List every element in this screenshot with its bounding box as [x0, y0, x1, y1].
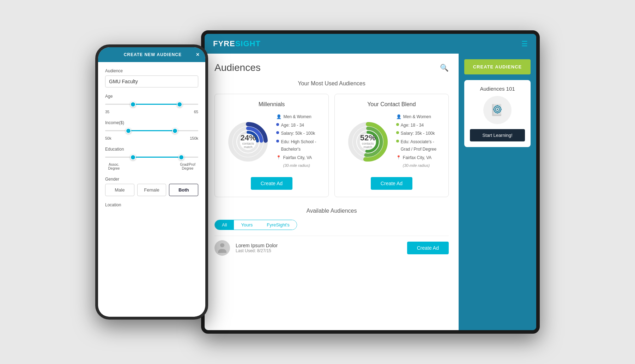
- available-audiences-section: Available Audiences All Yours FyreSight'…: [214, 208, 449, 260]
- filter-tab-all[interactable]: All: [215, 220, 234, 230]
- stat-row: 📍 Fairfax City, VA(30-mile radius): [396, 154, 436, 169]
- audiences-101-card: Audiences 101: [464, 80, 531, 147]
- audiences-101-title: Audiences 101: [470, 86, 525, 92]
- age-slider[interactable]: 35 65: [105, 104, 198, 114]
- stat-row: Age: 18 - 34: [396, 122, 436, 129]
- edu-slider-max-thumb[interactable]: [179, 154, 184, 160]
- stat-row: Salary: 35k - 100k: [396, 130, 436, 138]
- contact-blend-contacts-label: contacts: [360, 142, 376, 146]
- education-label: Education: [105, 147, 198, 152]
- phone-close-button[interactable]: ×: [196, 51, 200, 58]
- millennials-contacts-label: contacts: [240, 142, 256, 146]
- hamburger-icon[interactable]: ☰: [521, 40, 528, 48]
- logo-fyre: FYRE: [213, 39, 235, 48]
- millennials-card-title: Millennials: [259, 101, 285, 108]
- side-panel: CREATE AUDIENCE Audiences 101: [459, 54, 536, 330]
- dot-icon: [396, 140, 399, 142]
- gender-both-button[interactable]: Both: [169, 184, 198, 196]
- edu-slider-fill: [133, 157, 181, 158]
- gender-female-button[interactable]: Female: [137, 184, 167, 196]
- income-slider-fill: [128, 130, 175, 131]
- tablet-screen: FYRESIGHT ☰ Audiences 🔍 Your Most Used A…: [205, 34, 536, 330]
- create-audience-button[interactable]: CREATE AUDIENCE: [464, 59, 531, 74]
- millennials-percent: 24%: [240, 134, 256, 142]
- audience-field-group: Audience: [105, 68, 198, 87]
- edu-min-label: Assoc. Degree: [105, 163, 123, 170]
- edu-slider-min-thumb[interactable]: [130, 154, 136, 160]
- tablet-navbar: FYRESIGHT ☰: [205, 34, 536, 54]
- dot-icon: [276, 140, 279, 142]
- stat-row: Edu: Associate's -Grad / Prof Degree: [396, 138, 436, 153]
- income-label: Income($): [105, 120, 198, 125]
- age-field-group: Age 35 65: [105, 94, 198, 114]
- audience-label: Audience: [105, 68, 198, 73]
- stat-row: Salary: 50k - 100k: [276, 130, 316, 138]
- stat-row: Age: 18 - 34: [276, 122, 316, 129]
- phone-screen: CREATE NEW AUDIENCE × Audience Age: [98, 47, 205, 317]
- location-pin-icon: 📍: [396, 154, 401, 161]
- dot-icon: [396, 131, 399, 134]
- millennials-card: Millennials: [214, 94, 329, 197]
- millennials-donut-chart: 24% contacts match: [227, 121, 269, 163]
- search-icon[interactable]: 🔍: [440, 63, 449, 72]
- age-slider-fill: [133, 104, 180, 105]
- list-item-create-ad-button[interactable]: Create Ad: [407, 242, 449, 254]
- education-slider[interactable]: Assoc. Degree Grad/Prof Degree: [105, 157, 198, 170]
- income-min-label: 50k: [105, 136, 111, 140]
- audience-info: Lorem Ipsum Dolor Last Used: 8/27/15: [236, 243, 401, 253]
- person-icon: 👤: [276, 113, 282, 121]
- gender-label: Gender: [105, 177, 198, 182]
- stat-row: 👤 Men & Women: [396, 113, 436, 121]
- phone-form-body: Audience Age 35 65: [98, 62, 205, 317]
- gender-male-button[interactable]: Male: [105, 184, 134, 196]
- millennials-create-ad-button[interactable]: Create Ad: [251, 177, 292, 190]
- millennials-match-label: match: [240, 146, 256, 150]
- available-audiences-title: Available Audiences: [214, 208, 449, 214]
- contact-blend-card: Your Contact Blend: [334, 94, 449, 197]
- contact-blend-donut: 52% contacts match: [347, 121, 389, 163]
- filter-tabs: All Yours FyreSight's: [214, 220, 297, 230]
- age-slider-track: [105, 104, 198, 105]
- age-max-label: 65: [194, 110, 198, 114]
- stat-row: 👤 Men & Women: [276, 113, 316, 121]
- book-icon: [489, 101, 506, 119]
- stat-row: 📍 Fairfax City, VA(30-mile radius): [276, 154, 316, 169]
- phone-modal-title: CREATE NEW AUDIENCE: [109, 52, 196, 57]
- age-slider-min-thumb[interactable]: [130, 102, 136, 107]
- contact-blend-create-ad-button[interactable]: Create Ad: [371, 177, 412, 190]
- audience-avatar: [214, 240, 230, 256]
- contact-blend-title: Your Contact Blend: [367, 101, 416, 108]
- audience-input[interactable]: [105, 75, 198, 87]
- audiences-101-icon: [483, 96, 512, 124]
- filter-tab-fyresights[interactable]: FyreSight's: [260, 220, 297, 230]
- contact-blend-match-label: match: [360, 146, 376, 150]
- millennials-stats: 👤 Men & Women Age: 18 - 34: [276, 113, 316, 170]
- millennials-card-content: 24% contacts match 👤 Men & Women: [227, 113, 316, 170]
- list-item: Lorem Ipsum Dolor Last Used: 8/27/15 Cre…: [214, 236, 449, 260]
- age-min-label: 35: [105, 110, 109, 114]
- income-slider-max-thumb[interactable]: [172, 128, 178, 134]
- scene: CREATE NEW AUDIENCE × Audience Age: [95, 30, 540, 334]
- most-used-title: Your Most Used Audiences: [214, 80, 449, 87]
- tablet-content: Audiences 🔍 Your Most Used Audiences Mil…: [205, 54, 536, 330]
- location-label: Location: [105, 202, 198, 207]
- gender-button-group: Male Female Both: [105, 184, 198, 196]
- income-field-group: Income($) 50k 150k: [105, 120, 198, 140]
- stat-row: Edu: High School -Bachelor's: [276, 138, 316, 153]
- filter-tab-yours[interactable]: Yours: [234, 220, 260, 230]
- phone-header: CREATE NEW AUDIENCE ×: [98, 47, 205, 62]
- page-title-text: Audiences: [214, 62, 261, 73]
- income-slider-track: [105, 130, 198, 131]
- income-slider-min-thumb[interactable]: [126, 128, 131, 134]
- start-learning-button[interactable]: Start Learning!: [470, 129, 525, 141]
- audience-name: Lorem Ipsum Dolor: [236, 243, 401, 248]
- contact-blend-content: 52% contacts match 👤 Men & Women: [347, 113, 436, 170]
- avatar-icon: [214, 240, 230, 256]
- education-field-group: Education Assoc. Degree Grad/Prof Degree: [105, 147, 198, 170]
- income-max-label: 150k: [190, 136, 198, 140]
- contact-blend-percent: 52%: [360, 134, 376, 142]
- age-slider-max-thumb[interactable]: [177, 102, 182, 107]
- income-slider[interactable]: 50k 150k: [105, 130, 198, 140]
- main-panel: Audiences 🔍 Your Most Used Audiences Mil…: [205, 54, 459, 330]
- age-slider-labels: 35 65: [105, 110, 198, 114]
